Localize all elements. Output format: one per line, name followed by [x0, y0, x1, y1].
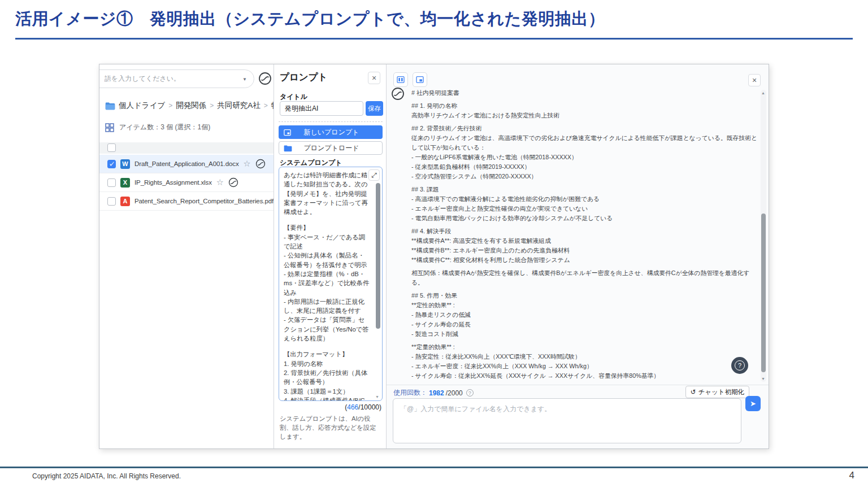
char-counter-max: /10000)	[358, 403, 381, 411]
message-paragraph: ## 3. 課題 - 高温環境下での電解液分解による電池性能劣化の抑制が困難であ…	[411, 185, 761, 223]
prompt-title-label: タイトル	[280, 92, 307, 102]
file-checkbox[interactable]: ✓	[107, 160, 116, 168]
page-title: 活用イメージ① 発明抽出（システムプロンプトで、均一化された発明抽出）	[15, 8, 605, 30]
message-paragraph: ## 4. 解決手段 **構成要件A**: 高温安定性を有する新規電解液組成 *…	[411, 226, 761, 265]
message-paragraph: ## 5. 作用・効果 **定性的効果** : - 熱暴走リスクの低減 - サイ…	[411, 291, 761, 339]
table-row[interactable]: ✓ W Draft_Patent_Application_A001.docx ☆	[99, 155, 274, 173]
table-row[interactable]: A Patent_Search_Report_Competitor_Batter…	[99, 192, 274, 211]
breadcrumb-item[interactable]: 共同研究A社	[217, 101, 261, 111]
title-divider	[15, 38, 853, 40]
split-view-icon[interactable]	[393, 72, 408, 87]
reset-chat-label: チャット初期化	[698, 388, 744, 396]
item-count-label: アイテム数：3 個 (選択：1個)	[119, 123, 210, 132]
save-button[interactable]: 保存	[366, 101, 383, 116]
prompt-panel-title: プロンプト	[280, 71, 327, 84]
ai-summary-icon[interactable]	[255, 159, 266, 169]
file-browser-panel: ▼ 個人ドライブ > 開発関係 > 共同研究A社 > 特	[99, 64, 274, 448]
reset-chat-button[interactable]: ↺ チャット初期化	[685, 386, 749, 398]
scroll-up-icon[interactable]: ▲	[761, 91, 765, 95]
usage-max: /2000	[446, 389, 463, 397]
pdf-file-icon: A	[120, 197, 130, 206]
file-checkbox[interactable]	[107, 197, 116, 206]
load-prompt-label: プロンプトロード	[292, 143, 371, 153]
scroll-down-icon[interactable]: ▼	[375, 395, 379, 399]
info-icon[interactable]: ?	[466, 389, 474, 396]
table-row[interactable]: X IP_Rights_Assignment.xlsx ☆	[99, 173, 274, 192]
popup-window-icon[interactable]	[413, 72, 427, 87]
scrollbar-thumb[interactable]	[761, 213, 766, 372]
file-checkbox[interactable]	[107, 178, 116, 187]
breadcrumb-separator: >	[168, 102, 172, 110]
star-icon[interactable]: ☆	[244, 159, 251, 169]
scrollbar-thumb[interactable]	[376, 183, 380, 329]
file-name[interactable]: IP_Rights_Assignment.xlsx	[134, 179, 212, 186]
breadcrumb-item[interactable]: 個人ドライブ	[119, 101, 165, 111]
word-file-icon: W	[120, 159, 130, 169]
system-prompt-textarea[interactable]: あなたは特許明細書作成に精通した知財担当である。次の【発明メモ】を、社内発明提案…	[279, 167, 383, 401]
page-number: 4	[849, 470, 854, 481]
system-prompt-text: あなたは特許明細書作成に精通した知財担当である。次の【発明メモ】を、社内発明提案…	[284, 171, 370, 216]
search-box[interactable]: ▼	[99, 69, 254, 88]
prompt-panel: プロンプト × タイトル 保存 新しいプロンプト プロンプトロード システムプロ…	[274, 64, 387, 448]
load-prompt-button[interactable]: プロンプトロード	[279, 141, 383, 155]
message-paragraph: ## 2. 背景技術／先行技術 従来のリチウムイオン電池は、高温環境下での劣化お…	[411, 124, 761, 181]
new-prompt-label: 新しいプロンプト	[292, 128, 371, 137]
send-button[interactable]: ➤	[745, 396, 761, 411]
system-prompt-text: 【要件】 - 事実ベース・だ／である調で記述 - 公知例は具体名（製品名・公報番…	[284, 223, 370, 343]
breadcrumb-separator: >	[264, 102, 268, 110]
file-name[interactable]: Patent_Search_Report_Competitor_Batterie…	[134, 198, 274, 204]
usage-label: 使用回数：	[393, 388, 427, 398]
divider	[387, 385, 769, 385]
system-prompt-text: 【出力フォーマット】 1. 発明の名称 2. 背景技術／先行技術（具体例・公報番…	[284, 350, 370, 401]
select-all-checkbox[interactable]	[107, 143, 116, 152]
char-counter-current: 466	[347, 403, 358, 411]
app-window: ▼ 個人ドライブ > 開発関係 > 共同研究A社 > 特	[99, 64, 769, 449]
message-paragraph: # 社内発明提案書	[411, 88, 761, 98]
scrollbar[interactable]: ▲ ▼	[761, 90, 766, 382]
folder-icon	[105, 102, 115, 110]
chat-panel: × # 社内発明提案書 ## 1. 発明の名称 高効率リチウムイオン電池における…	[387, 64, 769, 448]
search-input[interactable]	[105, 70, 235, 86]
usage-current: 1982	[429, 389, 444, 397]
ai-summary-icon[interactable]	[228, 177, 238, 188]
item-count-row: アイテム数：3 個 (選択：1個)	[105, 123, 210, 132]
breadcrumb-separator: >	[210, 102, 214, 110]
message-paragraph: ## 1. 発明の名称 高効率リチウムイオン電池における熱安定性向上技術	[411, 101, 761, 120]
ai-message: # 社内発明提案書 ## 1. 発明の名称 高効率リチウムイオン電池における熱安…	[411, 88, 761, 384]
breadcrumb: 個人ドライブ > 開発関係 > 共同研究A社 > 特	[105, 99, 274, 112]
copyright-text: Copyright 2025 AIDATA, Inc. All Rights R…	[32, 472, 181, 480]
message-paragraph: **定量的効果** : - 熱安定性：従来比XX%向上（XXX℃環境下、XXX時…	[411, 342, 761, 381]
star-icon[interactable]: ☆	[216, 177, 224, 188]
help-button[interactable]: ?	[731, 357, 748, 374]
message-paragraph: 相互関係：構成要件Aが熱安定性を確保し、構成要件Bがエネルギー密度を向上させ、構…	[411, 268, 761, 287]
footer-divider	[0, 467, 868, 468]
scroll-down-icon[interactable]: ▼	[761, 377, 765, 381]
usage-counter: 使用回数： 1982 /2000 ?	[393, 388, 474, 398]
system-prompt-helper-text: システムプロンプトは、AIの役割、話し方、応答方式などを設定します。	[280, 414, 383, 441]
new-prompt-icon	[283, 128, 292, 137]
excel-file-icon: X	[120, 178, 130, 188]
ai-assistant-icon[interactable]	[258, 72, 272, 85]
file-name[interactable]: Draft_Patent_Application_A001.docx	[134, 160, 239, 167]
folder-open-icon	[284, 144, 292, 152]
close-icon[interactable]: ×	[368, 72, 380, 84]
ai-avatar-icon	[391, 87, 405, 101]
grid-view-icon[interactable]	[105, 123, 114, 132]
chevron-down-icon[interactable]: ▼	[242, 77, 247, 82]
divider	[279, 121, 383, 122]
expand-icon[interactable]: ⤢	[368, 169, 380, 181]
question-icon: ?	[735, 360, 745, 371]
breadcrumb-item[interactable]: 開発関係	[176, 101, 206, 111]
chat-input[interactable]	[393, 398, 741, 443]
refresh-icon: ↺	[691, 388, 696, 396]
list-header	[99, 142, 274, 154]
close-icon[interactable]: ×	[748, 74, 761, 86]
prompt-title-input[interactable]	[280, 101, 363, 116]
new-prompt-button[interactable]: 新しいプロンプト	[279, 125, 383, 139]
char-counter: (466/10000)	[345, 403, 381, 411]
